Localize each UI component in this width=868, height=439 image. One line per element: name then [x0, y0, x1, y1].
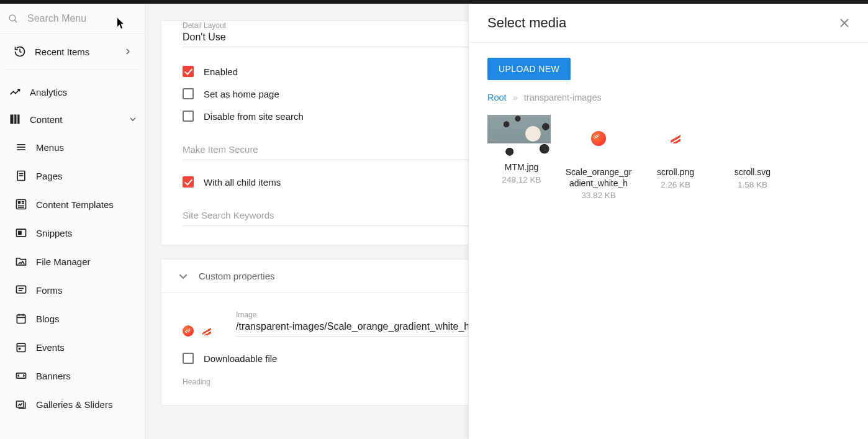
- svg-rect-18: [18, 231, 22, 235]
- sidebar-item-filemanager[interactable]: File Manager: [0, 247, 145, 276]
- close-icon: [839, 18, 849, 28]
- calendar-icon: [15, 312, 27, 325]
- sidebar-item-label: File Manager: [36, 256, 91, 267]
- sidebar-item-label: Content Templates: [36, 199, 114, 210]
- sidebar-item-recent[interactable]: Recent Items: [5, 38, 140, 65]
- svg-rect-2: [11, 115, 14, 124]
- sidebar-item-events[interactable]: Events: [0, 333, 145, 361]
- chevron-down-icon: [179, 272, 188, 281]
- sidebar: Recent Items Analytics Content Menus Pag…: [0, 4, 145, 439]
- template-icon: [15, 198, 27, 210]
- svg-rect-28: [19, 348, 20, 350]
- child-items-label: With all child items: [204, 177, 281, 188]
- sidebar-item-label: Events: [36, 342, 65, 353]
- sidebar-item-label: Pages: [36, 171, 63, 181]
- media-tile-name: scroll.svg: [718, 167, 787, 178]
- breadcrumb: Root » transparent-images: [487, 93, 849, 102]
- chevron-down-icon: [130, 116, 136, 122]
- calendar-icon: [15, 341, 27, 353]
- svg-rect-22: [17, 315, 25, 323]
- svg-line-1: [14, 20, 17, 22]
- close-button[interactable]: [839, 18, 849, 28]
- media-tile-name: Scale_orange_gradient_white_h: [564, 167, 633, 189]
- sidebar-item-forms[interactable]: Forms: [0, 276, 145, 304]
- sidebar-item-label: Blogs: [36, 314, 60, 324]
- sidebar-item-content[interactable]: Content: [0, 106, 145, 133]
- svg-rect-3: [14, 115, 16, 124]
- downloadable-checkbox[interactable]: [183, 353, 194, 364]
- logo-slashes-icon: [202, 327, 211, 335]
- sidebar-item-blogs[interactable]: Blogs: [0, 304, 145, 333]
- sidebar-item-templates[interactable]: Content Templates: [0, 190, 145, 219]
- image-preview: [183, 325, 211, 337]
- media-tile[interactable]: MTM.jpg248.12 KB: [487, 115, 556, 200]
- sidebar-item-label: Snippets: [36, 228, 72, 238]
- home-page-checkbox[interactable]: [183, 88, 194, 99]
- media-thumbnail: [721, 115, 784, 162]
- media-thumbnail: [487, 115, 551, 162]
- sidebar-item-label: Galleries & Sliders: [36, 399, 112, 410]
- breadcrumb-root[interactable]: Root: [487, 93, 507, 102]
- sidebar-item-label: Analytics: [30, 87, 67, 97]
- downloadable-label: Downloadable file: [204, 353, 277, 364]
- banner-icon: [15, 369, 27, 382]
- gallery-icon: [15, 398, 27, 410]
- snippet-icon: [15, 227, 27, 239]
- logo-orb-icon: [591, 131, 606, 146]
- sidebar-item-analytics[interactable]: Analytics: [0, 78, 145, 106]
- sidebar-item-galleries[interactable]: Galleries & Sliders: [0, 390, 145, 419]
- sidebar-item-menus[interactable]: Menus: [0, 133, 145, 161]
- search-input[interactable]: [26, 12, 137, 25]
- media-tile[interactable]: scroll.svg1.58 KB: [718, 115, 787, 200]
- media-tile[interactable]: Scale_orange_gradient_white_h33.82 KB: [564, 115, 633, 200]
- disable-search-checkbox[interactable]: [183, 111, 194, 122]
- dashboard-icon: [9, 113, 21, 125]
- media-thumbnail: [567, 115, 630, 162]
- upload-new-button[interactable]: UPLOAD NEW: [487, 58, 571, 80]
- logo-slashes-icon: [671, 134, 680, 143]
- media-tile-size: 248.12 KB: [487, 175, 556, 184]
- media-tile-name: MTM.jpg: [487, 162, 556, 173]
- history-icon: [14, 45, 26, 58]
- svg-point-0: [9, 15, 16, 21]
- search-menu-row[interactable]: [0, 4, 145, 34]
- home-page-label: Set as home page: [204, 89, 279, 99]
- custom-properties-label: Custom properties: [199, 271, 275, 281]
- chevron-right-icon: [125, 48, 131, 55]
- sidebar-item-snippets[interactable]: Snippets: [0, 219, 145, 247]
- select-media-panel: Select media UPLOAD NEW Root » transpare…: [468, 4, 868, 439]
- page-icon: [15, 170, 27, 182]
- search-icon: [7, 13, 19, 24]
- media-tile-size: 1.58 KB: [718, 180, 787, 189]
- media-tile-name: scroll.png: [641, 167, 710, 178]
- sidebar-item-label: Content: [30, 114, 63, 125]
- folder-image-icon: [15, 255, 27, 268]
- sidebar-item-label: Forms: [36, 285, 63, 296]
- logo-orb-icon: [183, 325, 194, 337]
- forms-icon: [15, 284, 27, 296]
- svg-rect-12: [18, 201, 20, 204]
- sidebar-item-banners[interactable]: Banners: [0, 361, 145, 390]
- enabled-label: Enabled: [204, 66, 238, 77]
- media-tile-size: 2.26 KB: [641, 180, 710, 189]
- media-grid: MTM.jpg248.12 KBScale_orange_gradient_wh…: [487, 115, 849, 200]
- media-tile-size: 33.82 KB: [564, 191, 633, 200]
- sidebar-item-label: Menus: [36, 142, 64, 153]
- disable-search-label: Disable from site search: [204, 111, 304, 122]
- analytics-icon: [9, 86, 21, 98]
- panel-title: Select media: [487, 15, 566, 31]
- breadcrumb-separator: »: [513, 93, 518, 102]
- svg-rect-19: [17, 286, 26, 293]
- menu-icon: [15, 141, 27, 153]
- child-items-checkbox[interactable]: [183, 176, 194, 188]
- svg-rect-4: [17, 115, 19, 124]
- sidebar-item-label: Recent Items: [35, 47, 89, 57]
- svg-rect-26: [17, 343, 25, 351]
- media-thumbnail: [644, 115, 707, 162]
- breadcrumb-current: transparent-images: [524, 93, 602, 102]
- enabled-checkbox[interactable]: [183, 66, 194, 77]
- sidebar-item-label: Banners: [36, 371, 71, 381]
- media-tile[interactable]: scroll.png2.26 KB: [641, 115, 710, 200]
- sidebar-item-pages[interactable]: Pages: [0, 161, 145, 190]
